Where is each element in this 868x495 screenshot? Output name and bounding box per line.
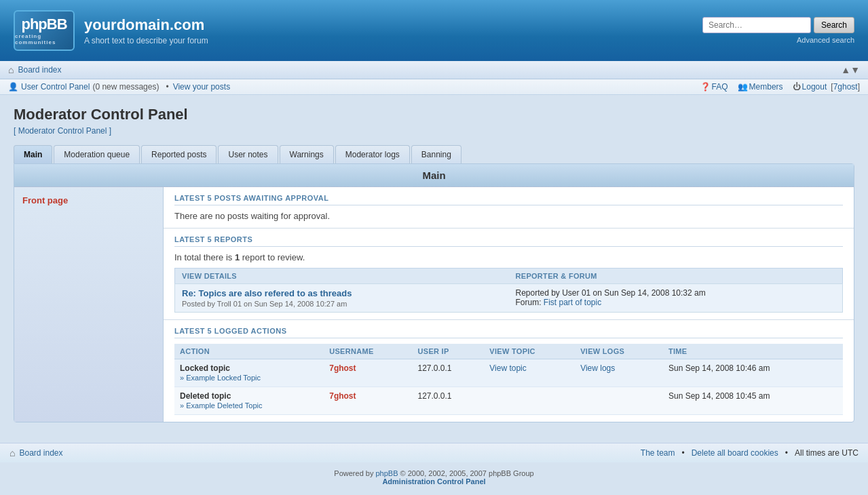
nav-right: ▲▼ xyxy=(841,64,860,75)
action-sub-link-locked[interactable]: » Example Locked Topic xyxy=(180,374,261,382)
members-icon: 👥 xyxy=(738,82,748,92)
col-username: Username xyxy=(324,344,412,359)
section-latest-reports: Latest 5 reports In total there is 1 rep… xyxy=(164,229,854,320)
username-bracket-close: ] xyxy=(858,82,860,92)
site-info: yourdomain.com A short text to describe … xyxy=(84,16,208,45)
action-deleted-topic: Deleted topic » Example Deleted Topic xyxy=(174,387,324,415)
user-bar: 👤 User Control Panel (0 new messages) • … xyxy=(0,79,868,95)
col-time: Time xyxy=(663,344,843,359)
panel-body: Front page Latest 5 posts awaiting appro… xyxy=(14,187,854,422)
tab-reported-posts[interactable]: Reported posts xyxy=(141,145,216,163)
search-row: Search xyxy=(702,17,854,33)
reports-count: 1 xyxy=(235,252,240,262)
new-messages-separator: (0 new messages) xyxy=(92,82,159,92)
action-ip-0: 127.0.0.1 xyxy=(413,359,485,387)
footer-right: The team • Delete all board cookies • Al… xyxy=(641,448,858,458)
tab-main[interactable]: Main xyxy=(14,145,52,163)
collapse-icon[interactable]: ▲▼ xyxy=(841,64,860,75)
logo-phpbb-text: phpBB xyxy=(21,16,67,33)
page-subtitle: [ Moderator Control Panel ] xyxy=(14,126,854,136)
tab-moderation-queue[interactable]: Moderation queue xyxy=(54,145,140,163)
logo: phpBB creating communities xyxy=(14,10,75,51)
nav-bar: ⌂ Board index ▲▼ xyxy=(0,61,868,79)
search-area: Search Advanced search xyxy=(702,17,854,44)
actions-table: Action Username User IP View Topic View … xyxy=(174,344,843,415)
tab-banning[interactable]: Banning xyxy=(411,145,461,163)
faq-icon: ❓ xyxy=(700,82,711,92)
action-title-locked: Locked topic xyxy=(180,363,318,373)
reports-review-text: report to review. xyxy=(242,252,305,262)
tabs: Main Moderation queue Reported posts Use… xyxy=(14,145,854,163)
section-latest-actions: Latest 5 logged actions Action Username … xyxy=(164,320,854,422)
reports-summary: In total there is 1 report to review. xyxy=(174,252,843,262)
view-posts-link[interactable]: View your posts xyxy=(173,82,231,92)
user-control-panel-link[interactable]: User Control Panel xyxy=(21,82,90,92)
members-link[interactable]: Members xyxy=(749,82,783,92)
delete-cookies-link[interactable]: Delete all board cookies xyxy=(692,448,778,458)
search-button[interactable]: Search xyxy=(814,17,854,33)
search-input[interactable] xyxy=(702,17,811,33)
action-sub-locked: » Example Locked Topic xyxy=(180,373,318,382)
col-view-topic: View Topic xyxy=(484,344,575,359)
report-reporter-cell: Reported by User 01 on Sun Sep 14, 2008 … xyxy=(509,284,843,312)
logo-sub-text: creating communities xyxy=(15,33,73,45)
view-topic-link-0[interactable]: View topic xyxy=(489,363,526,373)
sep1: • xyxy=(682,448,685,458)
tab-warnings[interactable]: Warnings xyxy=(280,145,334,163)
latest-actions-title: Latest 5 logged actions xyxy=(174,327,843,338)
site-header: phpBB creating communities yourdomain.co… xyxy=(0,0,868,61)
footer-home-icon: ⌂ xyxy=(10,448,15,458)
col-reporter-forum: Reporter & Forum xyxy=(509,269,843,283)
footer-board-index-link[interactable]: Board index xyxy=(19,448,62,458)
report-reporter: Reported by User 01 on Sun Sep 14, 2008 … xyxy=(516,288,836,298)
reports-summary-prefix: In total there is xyxy=(174,252,232,262)
report-forum-link[interactable]: Fist part of topic xyxy=(544,298,601,307)
tab-moderator-logs[interactable]: Moderator logs xyxy=(335,145,410,163)
logout-icon: ⏻ xyxy=(793,82,801,92)
panel-header: Main xyxy=(14,164,854,187)
latest-reports-title: Latest 5 reports xyxy=(174,235,843,247)
footer-breadcrumb: ⌂ Board index xyxy=(10,448,63,458)
report-forum-label: Forum: xyxy=(516,298,544,307)
latest-posts-empty: There are no posts waiting for approval. xyxy=(174,211,843,221)
action-view-logs-0: View logs xyxy=(575,359,663,387)
sep2: • xyxy=(785,448,788,458)
action-sub-link-deleted[interactable]: » Example Deleted Topic xyxy=(180,401,262,410)
action-title-deleted: Deleted topic xyxy=(180,391,318,401)
powered-by-text: Powered by xyxy=(334,469,373,477)
site-tagline: A short text to describe your forum xyxy=(84,36,208,45)
username-link[interactable]: 7ghost xyxy=(833,82,858,92)
faq-link[interactable]: FAQ xyxy=(712,82,728,92)
breadcrumb: ⌂ Board index xyxy=(8,64,62,75)
logout-link[interactable]: Logout xyxy=(802,82,827,92)
page-content: Moderator Control Panel [ Moderator Cont… xyxy=(0,95,868,433)
report-view-cell: Re: Topics are also refered to as thread… xyxy=(175,284,509,312)
admin-panel-link[interactable]: Administration Control Panel xyxy=(382,477,485,486)
col-view-details: View details xyxy=(175,269,509,283)
username-red-1[interactable]: 7ghost xyxy=(329,391,356,401)
reports-table-header: View details Reporter & Forum xyxy=(174,268,843,283)
table-row: Locked topic » Example Locked Topic 7gho… xyxy=(174,359,843,387)
sidebar-item-front-page[interactable]: Front page xyxy=(22,195,155,205)
col-action: Action xyxy=(174,344,324,359)
the-team-link[interactable]: The team xyxy=(641,448,675,458)
site-domain: yourdomain.com xyxy=(84,16,208,34)
table-row: Deleted topic » Example Deleted Topic 7g… xyxy=(174,387,843,415)
logo-area: phpBB creating communities yourdomain.co… xyxy=(14,10,208,51)
phpbb-link[interactable]: phpBB xyxy=(375,469,398,477)
actions-header-row: Action Username User IP View Topic View … xyxy=(174,344,843,359)
action-username-0: 7ghost xyxy=(324,359,412,387)
tab-user-notes[interactable]: User notes xyxy=(218,145,278,163)
report-row: Re: Topics are also refered to as thread… xyxy=(174,283,843,313)
board-index-link[interactable]: Board index xyxy=(18,65,61,75)
action-time-1: Sun Sep 14, 2008 10:45 am xyxy=(663,387,843,415)
username-red-0[interactable]: 7ghost xyxy=(329,363,356,373)
report-title-link[interactable]: Re: Topics are also refered to as thread… xyxy=(182,288,352,298)
advanced-search-link[interactable]: Advanced search xyxy=(797,36,854,44)
view-logs-link-0[interactable]: View logs xyxy=(580,363,615,373)
page-title: Moderator Control Panel xyxy=(14,106,854,123)
sidebar: Front page xyxy=(14,187,164,422)
action-sub-deleted: » Example Deleted Topic xyxy=(180,401,318,410)
user-icon: 👤 xyxy=(8,82,18,92)
content-area: Latest 5 posts awaiting approval There a… xyxy=(164,187,854,422)
